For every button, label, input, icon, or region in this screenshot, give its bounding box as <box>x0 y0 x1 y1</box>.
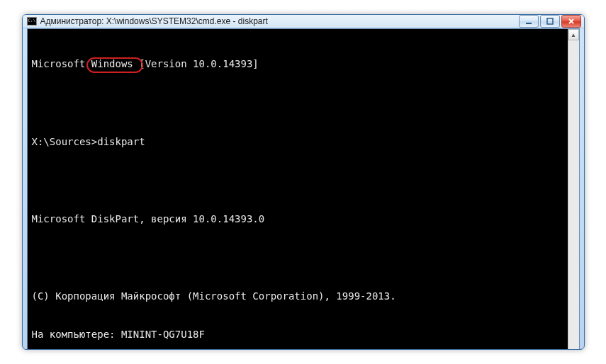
cmd-window: Администратор: X:\windows\SYSTEM32\cmd.e… <box>22 14 585 350</box>
console-line <box>32 96 563 109</box>
prompt-command: diskpart <box>97 135 145 148</box>
console-line: (C) Корпорация Майкрософт (Microsoft Cor… <box>32 290 563 302</box>
console-line <box>32 251 563 263</box>
maximize-button[interactable] <box>540 15 560 28</box>
prompt-path: X:\Sources> <box>32 135 98 148</box>
window-title: Администратор: X:\windows\SYSTEM32\cmd.e… <box>40 16 519 26</box>
console-line: Microsoft Windows [Version 10.0.14393] <box>32 57 563 70</box>
console-output[interactable]: Microsoft Windows [Version 10.0.14393] X… <box>28 29 568 350</box>
client-area: Microsoft Windows [Version 10.0.14393] X… <box>27 28 580 350</box>
console-line <box>32 174 563 186</box>
console-line: Microsoft DiskPart, версия 10.0.14393.0 <box>32 212 563 225</box>
window-controls <box>519 15 581 28</box>
vertical-scrollbar[interactable]: ▲ ▼ <box>568 29 579 350</box>
prompt-line: X:\Sources>diskpart <box>32 135 563 148</box>
titlebar[interactable]: Администратор: X:\windows\SYSTEM32\cmd.e… <box>23 15 584 28</box>
scroll-up-button[interactable]: ▲ <box>568 29 579 40</box>
console-line: На компьютере: MININT-QG7U18F <box>32 328 563 341</box>
svg-rect-1 <box>547 18 553 24</box>
close-button[interactable] <box>561 15 581 28</box>
minimize-button[interactable] <box>519 15 539 28</box>
svg-rect-0 <box>526 23 532 24</box>
scroll-track[interactable] <box>568 40 579 350</box>
cmd-icon <box>27 17 37 25</box>
